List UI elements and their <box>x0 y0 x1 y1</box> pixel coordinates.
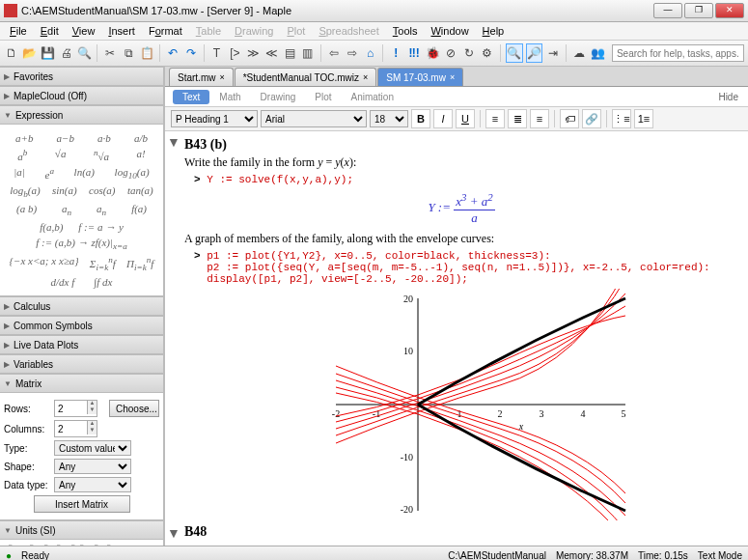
new-doc-icon[interactable]: 🗋 <box>4 44 19 62</box>
forward-icon[interactable]: ⇨ <box>345 44 360 62</box>
menu-edit[interactable]: Edit <box>35 23 65 39</box>
search-input[interactable] <box>612 44 744 62</box>
insert-matrix-button[interactable]: Insert Matrix <box>34 495 130 513</box>
cut-icon[interactable]: ✂ <box>102 44 118 62</box>
status-mode: Text Mode <box>698 550 742 561</box>
matrix-rows-input[interactable]: ▲▼ <box>54 400 97 417</box>
undo-icon[interactable]: ↶ <box>165 44 180 62</box>
font-select[interactable]: Arial <box>261 110 367 127</box>
tab-start[interactable]: Start.mw× <box>169 68 234 86</box>
home-icon[interactable]: ⌂ <box>363 44 378 62</box>
units-palette[interactable]: ▼Units (SI) <box>0 520 164 540</box>
favorites-palette[interactable]: ▶Favorites <box>0 67 164 86</box>
common-symbols-palette[interactable]: ▶Common Symbols <box>0 316 164 335</box>
bold-button[interactable]: B <box>411 109 430 128</box>
subtab-text[interactable]: Text <box>173 90 209 104</box>
align-right-icon[interactable]: ≡ <box>530 109 549 128</box>
code-block-1[interactable]: > Y := solve(f(x,y,a),y); <box>194 174 738 185</box>
matrix-shape-select[interactable]: Any <box>54 459 131 474</box>
maximize-button[interactable]: ❐ <box>684 3 713 18</box>
indent-icon[interactable]: ≫ <box>245 44 261 62</box>
sidebar: ▶Favorites ▶MapleCloud (Off) ▼Expression… <box>0 67 165 546</box>
insert-text-icon[interactable]: T <box>209 44 225 62</box>
subtab-row: Text Math Drawing Plot Animation Hide <box>165 87 748 107</box>
menu-window[interactable]: Window <box>425 23 474 39</box>
app-icon <box>4 4 17 17</box>
restart-icon[interactable]: ↻ <box>461 44 477 62</box>
menu-plot: Plot <box>281 23 311 39</box>
print-icon[interactable]: 🖨 <box>59 44 74 62</box>
subtab-anim[interactable]: Animation <box>342 90 403 104</box>
align-left-icon[interactable]: ≡ <box>485 109 505 128</box>
matrix-choose-button[interactable]: Choose... <box>109 400 159 417</box>
svg-text:-10: -10 <box>401 452 413 462</box>
matrix-dtype-select[interactable]: Any <box>54 477 131 492</box>
section-toggle-icon[interactable]: ▼ <box>167 135 180 151</box>
close-button[interactable]: ✕ <box>715 3 744 18</box>
paragraph-style-select[interactable]: P Heading 1 <box>171 110 258 127</box>
hide-button[interactable]: Hide <box>718 92 748 102</box>
numbers-icon[interactable]: 1≡ <box>634 109 653 128</box>
menu-view[interactable]: View <box>67 23 101 39</box>
document-area[interactable]: ▼ B43 (b) Write the family in the form y… <box>165 131 748 546</box>
debug-icon[interactable]: 🐞 <box>425 44 440 62</box>
tab-icon[interactable]: ⇥ <box>545 44 561 62</box>
svg-text:2: 2 <box>498 408 503 419</box>
menu-tools[interactable]: Tools <box>387 23 424 39</box>
svg-text:-2: -2 <box>332 408 340 419</box>
subtab-plot[interactable]: Plot <box>305 90 341 104</box>
workarea: Start.mw× *StudentManual TOC.mwiz× SM 17… <box>165 67 748 546</box>
bullets-icon[interactable]: ⋮≡ <box>612 109 631 128</box>
expression-palette[interactable]: ▼Expression <box>0 105 164 125</box>
share-icon[interactable]: 👥 <box>590 44 605 62</box>
status-path: C:\AEMStudentManual <box>448 550 546 561</box>
outdent-icon[interactable]: ≪ <box>263 44 279 62</box>
menu-file[interactable]: File <box>4 23 33 39</box>
kernel-icon[interactable]: ⚙ <box>480 44 495 62</box>
code-block-2[interactable]: > p1 := plot({Y1,Y2}, x=0..5, color=blac… <box>194 250 738 285</box>
zoom-out-icon[interactable]: 🔎 <box>526 43 543 63</box>
subtab-drawing[interactable]: Drawing <box>251 90 306 104</box>
matrix-palette[interactable]: ▼Matrix <box>0 374 164 393</box>
tab-active[interactable]: SM 17-03.mw× <box>377 68 463 86</box>
variables-palette[interactable]: ▶Variables <box>0 354 164 374</box>
fontsize-select[interactable]: 18 <box>370 110 408 127</box>
menu-help[interactable]: Help <box>477 23 511 39</box>
italic-button[interactable]: I <box>433 109 453 128</box>
underline-button[interactable]: U <box>456 109 475 128</box>
save-icon[interactable]: 💾 <box>41 44 56 62</box>
plot-output: -2-1 12345 x 2010-10-20 <box>278 289 645 520</box>
stop-icon[interactable]: ⊘ <box>443 44 458 62</box>
matrix-type-select[interactable]: Custom values <box>54 440 131 456</box>
maplecloud-palette[interactable]: ▶MapleCloud (Off) <box>0 86 164 105</box>
cloud-icon[interactable]: ☁ <box>571 44 587 62</box>
back-icon[interactable]: ⇦ <box>326 44 342 62</box>
expression-body: a+ba−ba·ba/b ab√an√aa! |a|ealn(a)log10(a… <box>0 125 164 296</box>
minimize-button[interactable]: — <box>653 3 682 18</box>
matrix-cols-input[interactable]: ▲▼ <box>54 420 97 437</box>
section-toggle-icon[interactable]: ▼ <box>167 526 180 542</box>
section-icon[interactable]: ▤ <box>282 44 297 62</box>
live-data-plots-palette[interactable]: ▶Live Data Plots <box>0 335 164 354</box>
link-icon[interactable]: 🔗 <box>582 109 601 128</box>
open-icon[interactable]: 📂 <box>22 44 38 62</box>
redo-icon[interactable]: ↷ <box>183 44 199 62</box>
execute-all-icon[interactable]: ‼! <box>406 44 422 62</box>
preview-icon[interactable]: 🔍 <box>77 44 93 62</box>
insert-prompt-icon[interactable]: [> <box>227 44 242 62</box>
execute-icon[interactable]: ! <box>388 44 403 62</box>
calculus-palette[interactable]: ▶Calculus <box>0 296 164 316</box>
tab-row: Start.mw× *StudentManual TOC.mwiz× SM 17… <box>165 67 748 87</box>
menu-format[interactable]: Format <box>143 23 188 39</box>
menu-insert[interactable]: Insert <box>102 23 141 39</box>
bookmark-icon[interactable]: 🏷 <box>560 109 579 128</box>
subtab-math[interactable]: Math <box>209 90 250 104</box>
zoom-in-icon[interactable]: 🔍 <box>506 43 523 63</box>
svg-text:20: 20 <box>403 294 413 304</box>
copy-icon[interactable]: ⧉ <box>121 44 136 62</box>
paste-icon[interactable]: 📋 <box>139 44 154 62</box>
svg-text:3: 3 <box>540 408 544 419</box>
remove-section-icon[interactable]: ▥ <box>300 44 316 62</box>
align-center-icon[interactable]: ≣ <box>508 109 527 128</box>
tab-toc[interactable]: *StudentManual TOC.mwiz× <box>235 68 377 86</box>
